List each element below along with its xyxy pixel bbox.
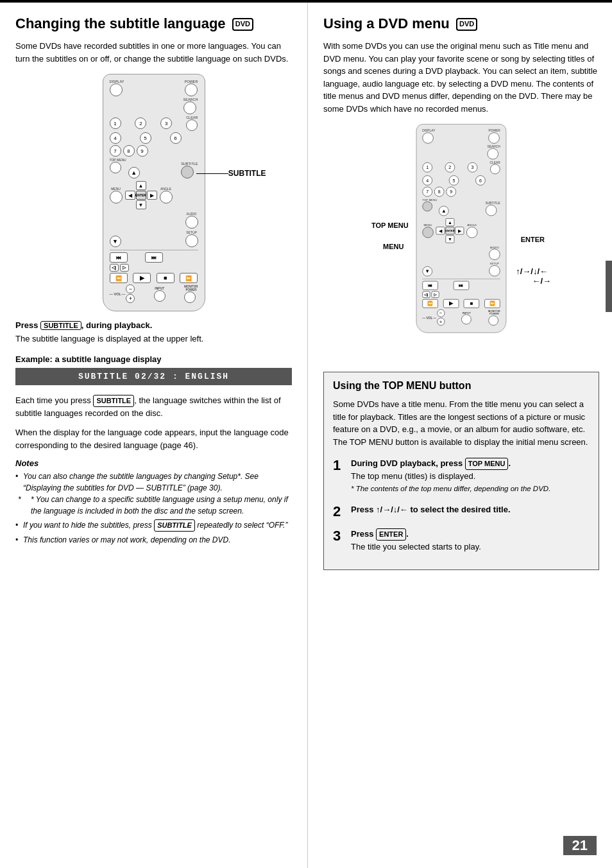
subtitle-arrow-area: SUBTITLE [196, 169, 266, 178]
left-section-title: Changing the subtitle language DVD [15, 15, 292, 32]
up-btn-left[interactable]: ▲ [128, 167, 140, 178]
vol-up-left[interactable]: + [126, 294, 135, 303]
play-btn-left[interactable]: ▶ [133, 273, 151, 283]
ff-btn-r[interactable]: ⏭ [454, 281, 470, 290]
down2-btn-left[interactable]: ▼ [110, 236, 121, 247]
top-menu-btn-r[interactable] [422, 202, 432, 212]
r-num7[interactable]: 7 [422, 187, 432, 197]
step-back-left[interactable]: ◁| [110, 264, 119, 272]
vol-up-r[interactable]: + [437, 318, 445, 326]
step-1: 1 During DVD playback, press TOP MENU. T… [333, 457, 590, 494]
top-menu-key: TOP MENU [465, 458, 509, 470]
prev-btn-r[interactable]: ⏮ [422, 281, 438, 290]
stop-btn-left[interactable]: ■ [157, 273, 174, 283]
setup-btn-r[interactable] [489, 265, 500, 277]
skip-btn-r[interactable]: ⏩ [484, 299, 500, 308]
press-instruction: Press SUBTITLE, during playback. [15, 320, 292, 330]
right-accent-bar [606, 261, 612, 312]
search-btn-r[interactable] [488, 148, 499, 160]
press-detail: The subtitle language is displayed at th… [15, 333, 292, 345]
notes-list: You can also change the subtitle languag… [15, 471, 292, 546]
num8-btn[interactable]: 8 [123, 145, 135, 157]
top-menu-btn-left[interactable] [110, 162, 121, 173]
num5-btn[interactable]: 5 [140, 132, 151, 144]
r-num5[interactable]: 5 [449, 175, 459, 186]
num3-btn[interactable]: 3 [160, 117, 172, 129]
power-btn-r[interactable] [488, 132, 500, 144]
r-num4[interactable]: 4 [422, 175, 432, 186]
step-num-1: 1 [333, 458, 351, 473]
subtitle-btn-left[interactable] [181, 166, 194, 178]
dpad-left-r[interactable]: ◀ [436, 227, 445, 234]
dpad-right-left[interactable]: ▶ [147, 191, 157, 200]
angle-btn-left[interactable] [160, 191, 173, 204]
dpad-up-r[interactable]: ▲ [445, 218, 454, 226]
display-label: DISPLAY [110, 80, 124, 83]
r-num8[interactable]: 8 [434, 187, 445, 197]
page-number: 21 [563, 836, 597, 855]
r-num9[interactable]: 9 [446, 187, 456, 197]
num9-btn[interactable]: 9 [137, 145, 148, 157]
display-btn[interactable] [110, 83, 123, 96]
angle-btn-r[interactable] [466, 227, 478, 238]
body-para1: Each time you press SUBTITLE, the langua… [15, 394, 292, 420]
enter-btn-r[interactable]: ENTER [445, 227, 454, 234]
left-intro-text: Some DVDs have recorded subtitles in one… [15, 40, 292, 65]
ff-btn-left[interactable]: ⏭ [145, 252, 163, 263]
mon-power-btn-r[interactable] [488, 315, 498, 326]
input-btn-r[interactable] [461, 314, 472, 324]
r-num2[interactable]: 2 [445, 162, 455, 173]
num7-btn[interactable]: 7 [110, 145, 121, 157]
skip-btn-left[interactable]: ⏩ [180, 273, 198, 283]
subtitle-btn-r[interactable] [486, 205, 497, 216]
step-content-3: Press ENTER. The title you selected star… [351, 528, 481, 553]
rew-btn-left[interactable]: ⏪ [110, 273, 128, 283]
step-back-r[interactable]: ◁| [422, 291, 430, 298]
play-btn-r[interactable]: ▶ [443, 299, 459, 308]
menu-btn-left[interactable] [110, 191, 123, 204]
input-btn-left[interactable] [154, 290, 166, 302]
r-num3[interactable]: 3 [467, 162, 477, 173]
page-container: Changing the subtitle language DVD Some … [0, 0, 612, 868]
display-btn-r[interactable] [422, 132, 434, 144]
audio-btn-r[interactable] [489, 248, 500, 260]
stop-btn-r[interactable]: ■ [464, 299, 480, 308]
rew-btn-r[interactable]: ⏪ [422, 299, 438, 308]
num2-btn[interactable]: 2 [135, 117, 146, 129]
dpad-left-left[interactable]: ◀ [125, 191, 135, 200]
up-btn-r[interactable]: ▲ [439, 206, 449, 216]
page-number-area: 21 [563, 836, 597, 855]
left-column: Changing the subtitle language DVD Some … [0, 3, 308, 868]
body-para2: When the display for the language code a… [15, 426, 292, 452]
step-content-1: During DVD playback, press TOP MENU. The… [351, 457, 550, 494]
num4-btn[interactable]: 4 [110, 132, 121, 144]
num1-btn[interactable]: 1 [110, 117, 121, 129]
r-clear[interactable] [490, 164, 500, 174]
power-btn[interactable] [185, 83, 198, 96]
dpad-up-left[interactable]: ▲ [136, 181, 146, 190]
num6-btn[interactable]: 6 [170, 132, 182, 144]
menu-btn-r[interactable] [422, 227, 434, 238]
mon-power-btn-left[interactable] [184, 291, 196, 303]
vol-down-left[interactable]: − [126, 284, 135, 293]
prev-btn-left[interactable]: ⏮ [110, 252, 128, 263]
r-num6[interactable]: 6 [475, 175, 486, 186]
vol-down-r[interactable]: − [437, 309, 445, 317]
setup-btn-left[interactable] [185, 234, 198, 247]
enter-btn-left[interactable]: ENTER [136, 191, 146, 200]
dpad-down-left[interactable]: ▼ [136, 200, 146, 209]
step-fwd-r[interactable]: ▷ [431, 291, 439, 298]
enter-label-right: ENTER [521, 236, 545, 243]
step-num-2: 2 [333, 505, 351, 519]
down2-btn-r[interactable]: ▼ [422, 266, 432, 277]
audio-btn-left[interactable] [185, 216, 198, 229]
dpad-down-r[interactable]: ▼ [445, 235, 454, 243]
search-btn[interactable] [183, 101, 196, 114]
dpad-right-r[interactable]: ▶ [455, 227, 464, 234]
arrows-label-right: ↑/→/↓/← [516, 266, 548, 276]
dvd-badge-right: DVD [456, 18, 477, 30]
step-fwd-left[interactable]: ▷ [120, 264, 129, 272]
clear-btn[interactable] [186, 119, 198, 131]
r-num1[interactable]: 1 [422, 162, 432, 173]
remote-left: DISPLAY POWER SEARCH [103, 74, 205, 311]
